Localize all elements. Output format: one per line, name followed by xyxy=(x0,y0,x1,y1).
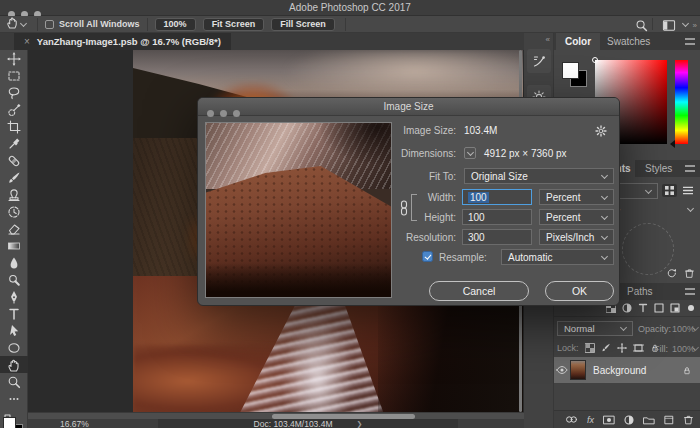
dialog-options-gear-icon[interactable] xyxy=(595,123,607,141)
dodge-tool[interactable] xyxy=(0,271,28,288)
tools-panel xyxy=(0,50,28,428)
fit-to-dropdown[interactable]: Original Size xyxy=(464,168,614,184)
filter-shape-layers-icon[interactable] xyxy=(654,303,664,313)
document-info[interactable]: Doc: 103.4M/103.4M ❯ xyxy=(158,419,458,428)
filter-type-layers-icon[interactable] xyxy=(638,303,648,313)
lock-position-icon[interactable] xyxy=(617,343,627,353)
delete-layer-icon[interactable] xyxy=(683,414,694,425)
cloud-sync-icon[interactable] xyxy=(666,265,678,283)
marquee-tool[interactable] xyxy=(0,67,28,84)
blur-tool[interactable] xyxy=(0,254,28,271)
blend-mode-dropdown[interactable]: Normal xyxy=(557,321,633,336)
new-layer-icon[interactable] xyxy=(664,415,674,425)
add-layer-mask-icon[interactable] xyxy=(603,415,615,425)
lock-transparency-icon[interactable] xyxy=(585,343,595,353)
layer-visibility-eye-icon[interactable] xyxy=(554,365,570,375)
width-input[interactable]: 100 xyxy=(462,189,532,205)
quick-selection-tool[interactable] xyxy=(0,101,28,118)
resample-dropdown[interactable]: Automatic xyxy=(501,249,614,265)
brush-settings-panel-icon[interactable] xyxy=(527,49,551,73)
layer-name[interactable]: Background xyxy=(593,365,646,376)
opacity-value[interactable]: 100% xyxy=(672,324,695,334)
library-chevron-icon[interactable] xyxy=(687,205,694,212)
filter-adjustment-layers-icon[interactable] xyxy=(622,303,632,313)
crop-tool[interactable] xyxy=(0,118,28,135)
resample-label: Resample: xyxy=(439,252,487,263)
tool-preset-chevron-icon[interactable] xyxy=(20,19,27,26)
edit-toolbar-icon[interactable] xyxy=(0,390,28,407)
cancel-button[interactable]: Cancel xyxy=(429,281,529,301)
hand-tool-options-icon[interactable] xyxy=(6,15,19,33)
layer-thumbnail[interactable] xyxy=(570,360,586,380)
document-tab[interactable]: × YanZhang-Image1.psb @ 16.7% (RGB/8*) xyxy=(14,33,231,50)
brush-tool[interactable] xyxy=(0,169,28,186)
resolution-input[interactable]: 300 xyxy=(462,229,532,245)
close-tab-icon[interactable]: × xyxy=(24,36,30,47)
resample-checkbox[interactable] xyxy=(422,251,433,262)
hand-tool[interactable] xyxy=(0,356,28,373)
type-tool[interactable] xyxy=(0,305,28,322)
tab-swatches[interactable]: Swatches xyxy=(598,33,659,50)
zoom-tool[interactable] xyxy=(0,373,28,390)
zoom-level[interactable]: 16.67% xyxy=(60,419,89,428)
layers-panel: Normal Opacity: 100% Lock: Fill: 100% xyxy=(554,300,700,428)
scroll-all-windows-label: Scroll All Windows xyxy=(59,19,140,29)
width-unit-dropdown[interactable]: Percent xyxy=(539,189,614,205)
scroll-all-windows-checkbox[interactable] xyxy=(45,20,54,29)
dialog-close-icon[interactable] xyxy=(207,110,214,117)
move-tool[interactable] xyxy=(0,50,28,67)
zoom-100-button[interactable]: 100% xyxy=(155,18,196,31)
fill-value[interactable]: 100% xyxy=(672,344,695,354)
panel-menu-icon[interactable] xyxy=(685,38,695,45)
status-chevron-icon[interactable]: ❯ xyxy=(357,420,363,428)
tab-color[interactable]: Color xyxy=(556,33,600,50)
collapse-panels-icon[interactable]: » xyxy=(693,21,696,30)
clone-stamp-tool[interactable] xyxy=(0,186,28,203)
spot-healing-brush-tool[interactable] xyxy=(0,152,28,169)
dimensions-chevron-icon[interactable] xyxy=(464,147,476,159)
filter-toggle-icon[interactable] xyxy=(686,303,696,313)
new-adjustment-layer-icon[interactable] xyxy=(624,415,634,425)
ellipse-shape-tool[interactable] xyxy=(0,339,28,356)
layer-row-background[interactable]: Background xyxy=(554,357,700,383)
opacity-label: Opacity: xyxy=(638,324,671,334)
filter-smart-object-icon[interactable] xyxy=(670,303,680,313)
fit-screen-button[interactable]: Fit Screen xyxy=(203,18,265,31)
new-group-icon[interactable] xyxy=(643,415,655,425)
foreground-color-swatch[interactable] xyxy=(3,417,16,428)
eraser-tool[interactable] xyxy=(0,220,28,237)
eyedropper-tool[interactable] xyxy=(0,135,28,152)
lock-artboard-icon[interactable] xyxy=(633,343,644,353)
height-input[interactable]: 100 xyxy=(462,209,532,225)
gradient-tool[interactable] xyxy=(0,237,28,254)
workspace-chevron-icon[interactable] xyxy=(682,20,689,27)
lock-image-icon[interactable] xyxy=(601,343,611,353)
fill-label: Fill: xyxy=(654,344,668,354)
ok-button[interactable]: OK xyxy=(545,281,614,301)
dialog-zoom-icon[interactable] xyxy=(233,110,240,117)
dialog-minimize-icon[interactable] xyxy=(220,110,227,117)
tab-styles[interactable]: Styles xyxy=(636,160,681,177)
collapse-dock-icon[interactable]: « xyxy=(546,35,549,44)
panel-menu-icon[interactable] xyxy=(685,165,695,172)
path-selection-tool[interactable] xyxy=(0,322,28,339)
grid-view-icon[interactable] xyxy=(662,184,677,197)
layer-styles-fx-icon[interactable]: fx xyxy=(587,415,594,425)
list-view-icon[interactable] xyxy=(680,184,695,197)
resolution-unit-dropdown[interactable]: Pixels/Inch xyxy=(539,229,614,245)
hue-ramp[interactable] xyxy=(675,60,688,144)
history-brush-tool[interactable] xyxy=(0,203,28,220)
foreground-color-chip[interactable] xyxy=(562,62,579,79)
fill-screen-button[interactable]: Fill Screen xyxy=(271,18,335,31)
height-unit-dropdown[interactable]: Percent xyxy=(539,209,614,225)
dialog-header[interactable]: Image Size xyxy=(198,98,619,116)
panel-menu-icon[interactable] xyxy=(685,288,695,295)
pen-tool[interactable] xyxy=(0,288,28,305)
dialog-traffic-lights[interactable] xyxy=(207,103,246,121)
link-layers-icon[interactable] xyxy=(565,415,578,424)
tab-paths[interactable]: Paths xyxy=(618,283,662,300)
delete-icon[interactable] xyxy=(684,265,695,283)
lasso-tool[interactable] xyxy=(0,84,28,101)
lock-row: Lock: xyxy=(557,341,660,355)
color-cursor[interactable] xyxy=(592,57,598,63)
